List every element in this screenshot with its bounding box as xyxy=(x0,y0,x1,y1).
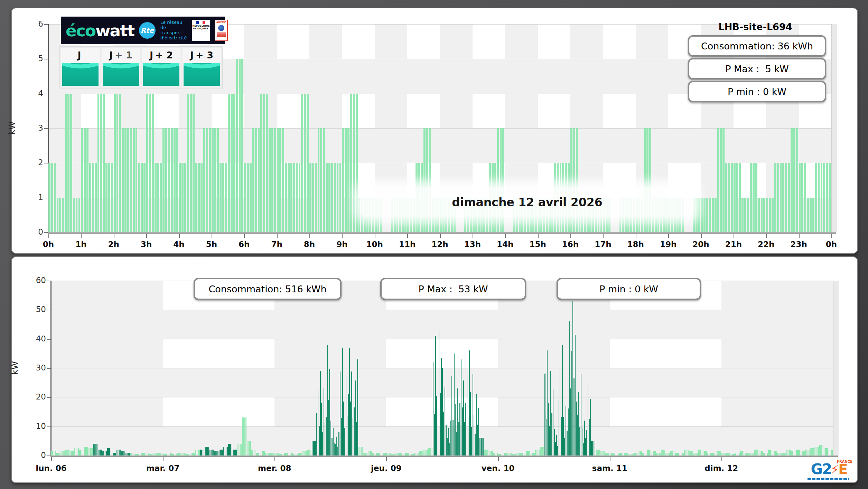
rte-logo-icon: Rte xyxy=(139,22,156,39)
bottom-consumption-stat: Consommation: 516 kWh xyxy=(194,278,342,300)
bottom-pmin-stat: P min : 0 kW xyxy=(557,278,701,300)
forecast-badge-j[interactable]: J xyxy=(61,48,100,87)
republique-francaise-logo: RÉPUBLIQUEFRANÇAISE xyxy=(192,20,210,41)
g2e-france-text: FRANCE xyxy=(837,460,852,463)
forecast-badge-j2[interactable]: J+ 2 xyxy=(142,48,180,87)
top-pmin-stat: P min : 0 kW xyxy=(688,81,826,102)
ademe-text: ADEME xyxy=(216,21,226,24)
ecowatt-forecast-badges: J J+ 1 J+ 2 J+ 3 xyxy=(59,46,223,88)
badge-j2-suffix: + 2 xyxy=(155,50,173,60)
badge-j1-main: J xyxy=(109,50,113,60)
ecowatt-wordmark: écowatt xyxy=(66,22,134,39)
g2e-g2-text: G2 xyxy=(811,462,832,477)
ecowatt-signal-green-icon xyxy=(184,63,220,86)
republique-text: RÉPUBLIQUEFRANÇAISE xyxy=(193,25,209,30)
badge-j3-main: J xyxy=(190,50,194,60)
g2e-tagline-lines xyxy=(808,478,849,480)
rte-baseline-line2: de transport xyxy=(160,25,187,36)
ecowatt-signal-green-icon xyxy=(62,63,99,86)
g2e-e-text: E xyxy=(838,462,848,476)
motto-lines xyxy=(193,31,209,34)
forecast-badge-j1[interactable]: J+ 1 xyxy=(102,48,140,87)
ademe-logo: ADEME xyxy=(215,20,228,41)
ademe-lines xyxy=(217,32,226,37)
lightning-bolt-icon: ⚡ xyxy=(831,462,839,476)
ecowatt-signal-green-icon xyxy=(143,63,179,86)
ecowatt-logo: écowatt Rte Le réseau de transport d'éle… xyxy=(61,17,225,44)
ademe-globe-icon xyxy=(218,25,224,31)
bottom-pmax-stat: P Max : 53 kW xyxy=(380,278,526,300)
top-pmax-stat: P Max : 5 kW xyxy=(688,58,826,79)
date-label: dimanche 12 avril 2026 xyxy=(360,187,694,217)
top-consumption-stat: Consommation: 36 kWh xyxy=(688,35,826,57)
badge-j2-main: J xyxy=(150,50,153,60)
forecast-badge-j3[interactable]: J+ 3 xyxy=(183,48,221,87)
rte-baseline: Le réseau de transport d'électricité xyxy=(160,20,187,41)
ecowatt-signal-green-icon xyxy=(103,63,139,86)
rte-baseline-line3: d'électricité xyxy=(160,36,187,41)
g2e-logo: G2 ⚡ E FRANCE xyxy=(801,457,857,482)
badge-j-main: J xyxy=(77,50,81,60)
rte-baseline-line1: Le réseau xyxy=(160,20,187,25)
french-flag-icon xyxy=(196,21,205,24)
ecowatt-eco-text: éco xyxy=(66,21,95,40)
badge-j1-suffix: + 1 xyxy=(115,50,132,60)
site-title: LHB-site-L694 xyxy=(688,21,823,32)
badge-j3-suffix: + 3 xyxy=(196,50,213,60)
ecowatt-watt-text: watt xyxy=(95,21,134,40)
dashboard: { "branding": { "ecowatt": { "eco": "éco… xyxy=(0,0,868,489)
